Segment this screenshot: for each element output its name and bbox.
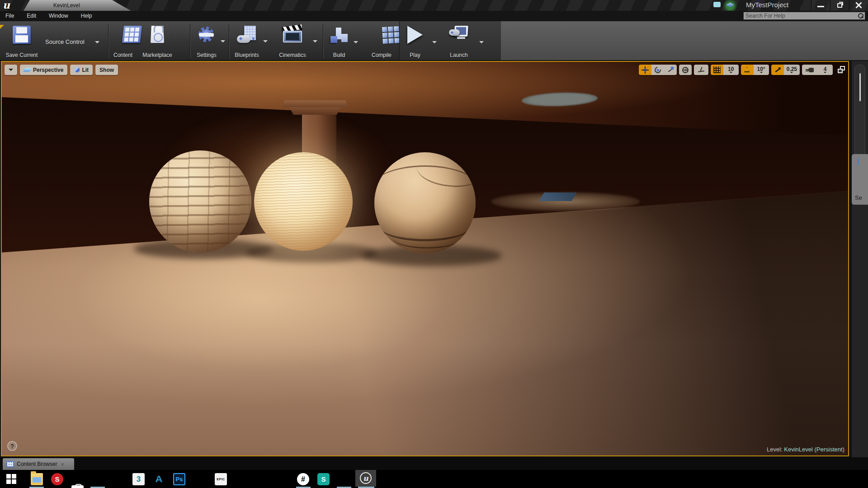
rotation-snap-icon	[744, 67, 750, 73]
scale-tool-button[interactable]	[664, 65, 677, 75]
marketplace-bag-icon	[151, 26, 164, 43]
chevron-down-icon[interactable]	[354, 41, 358, 46]
floppy-disk-icon	[13, 26, 31, 44]
project-name: MyTestProject	[746, 1, 807, 9]
viewport-options-button[interactable]	[5, 65, 17, 75]
chevron-down-icon[interactable]	[263, 40, 268, 45]
camera-speed-button[interactable]	[802, 65, 817, 75]
rotation-snap-toggle[interactable]	[741, 65, 754, 75]
substance-painter-icon[interactable]: S	[317, 473, 330, 485]
toolbar-separator	[229, 24, 229, 58]
launch-device-icon	[448, 26, 470, 44]
play-icon	[407, 26, 423, 44]
close-button[interactable]	[849, 0, 868, 11]
rotate-tool-button[interactable]	[651, 65, 664, 75]
lit-mode-button[interactable]: Lit	[70, 65, 93, 75]
camera-speed-value[interactable]: 4	[817, 65, 833, 75]
scale-snap-toggle[interactable]	[771, 65, 784, 75]
feedback-bubble-icon[interactable]	[713, 2, 721, 7]
world-local-toggle[interactable]	[679, 65, 692, 75]
chevron-down-icon[interactable]	[313, 40, 317, 45]
grid-icon	[713, 66, 721, 73]
sand-ripple-sphere[interactable]	[254, 152, 353, 251]
photoshop-icon[interactable]: Ps	[173, 473, 185, 485]
source-control-button[interactable]: Source Control	[42, 23, 108, 60]
3ds-max-icon[interactable]: 3	[132, 473, 145, 485]
chevron-down-icon[interactable]	[479, 41, 484, 46]
surface-snapping-button[interactable]	[694, 65, 708, 75]
build-button[interactable]: Build	[326, 23, 352, 60]
autodesk-icon[interactable]: A	[153, 474, 165, 484]
chevron-down-icon	[790, 72, 793, 75]
level-label: Level:	[767, 446, 783, 453]
hash-app-icon[interactable]: #	[297, 473, 309, 485]
move-tool-icon	[642, 66, 649, 74]
save-current-button[interactable]: Save Current	[4, 23, 40, 60]
move-tool-button[interactable]	[639, 65, 651, 75]
menu-help[interactable]: Help	[75, 11, 99, 21]
play-button[interactable]: Play	[402, 23, 428, 60]
scale-tool-icon	[667, 66, 674, 74]
blueprints-button[interactable]: Blueprints	[231, 23, 262, 60]
maximize-viewport-button[interactable]	[837, 66, 845, 74]
toolbar-separator	[108, 24, 108, 58]
level-tab[interactable]: KevinLevel	[24, 0, 131, 11]
chevron-down-icon	[730, 72, 732, 75]
title-bar[interactable]: u KevinLevel MyTestProject	[0, 0, 868, 11]
chevron-down-icon	[9, 69, 13, 73]
right-edge-strip: Se	[852, 61, 868, 457]
microsoft-store-icon[interactable]	[71, 485, 84, 488]
launch-button[interactable]: Launch	[443, 23, 475, 60]
grid-snap-toggle[interactable]	[711, 65, 723, 75]
blueprints-icon	[237, 26, 257, 44]
right-scrollbar-thumb[interactable]	[859, 73, 861, 101]
cinematics-button[interactable]: Cinematics	[275, 23, 310, 60]
help-badge[interactable]: ?	[7, 441, 17, 451]
menu-window[interactable]: Window	[42, 11, 75, 21]
rotate-tool-icon	[653, 66, 662, 74]
close-tab-icon[interactable]: ×	[61, 461, 64, 468]
epic-games-icon[interactable]: EPIC	[215, 473, 227, 485]
maximize-icon-front	[838, 69, 843, 73]
column-capital-top[interactable]	[283, 100, 348, 107]
content-browser-tab[interactable]: Content Browser ×	[3, 458, 74, 470]
scale-snap-icon	[774, 67, 781, 73]
collapsed-panel-tab[interactable]: Se	[852, 154, 868, 205]
perspective-button[interactable]: Perspective	[20, 65, 67, 75]
grid-snap-value[interactable]: 10	[723, 65, 739, 75]
reflective-plate[interactable]	[539, 192, 577, 201]
build-blocks-icon	[330, 26, 349, 44]
restore-button[interactable]	[830, 0, 849, 11]
help-search-box[interactable]	[743, 12, 865, 20]
perspective-icon	[23, 68, 32, 72]
substance-icon[interactable]: S	[51, 473, 63, 485]
gear-icon	[198, 26, 216, 44]
chevron-down-icon	[824, 72, 826, 75]
menu-edit[interactable]: Edit	[20, 11, 42, 21]
unreal-engine-taskbar-cell[interactable]: u	[355, 470, 376, 487]
column-capital-base[interactable]	[289, 107, 341, 115]
leather-ball-sphere[interactable]	[374, 152, 476, 253]
minimize-button[interactable]	[811, 0, 830, 11]
lit-cube-icon	[74, 67, 80, 73]
start-button[interactable]	[6, 474, 17, 485]
search-input[interactable]	[744, 13, 857, 19]
content-button[interactable]: Content	[110, 23, 136, 60]
chevron-down-icon[interactable]	[432, 41, 437, 46]
menu-file[interactable]: File	[0, 11, 20, 21]
compile-button[interactable]: Compile	[367, 23, 396, 60]
settings-button[interactable]: Settings	[193, 23, 221, 60]
toolbar-empty-area	[501, 21, 868, 60]
file-explorer-icon[interactable]	[31, 473, 43, 485]
chevron-down-icon[interactable]	[221, 40, 225, 45]
scale-snap-value[interactable]: 0.25	[784, 65, 800, 75]
level-viewport[interactable]: Perspective Lit Show	[1, 61, 849, 456]
surface-snap-icon	[698, 67, 705, 73]
camera-icon	[806, 67, 814, 73]
rotation-snap-value[interactable]: 10°	[754, 65, 769, 75]
marketplace-button[interactable]: Marketplace	[137, 23, 178, 60]
bottom-tab-bar: Content Browser ×	[0, 457, 868, 470]
3d-scene[interactable]	[2, 62, 848, 455]
stone-brick-sphere[interactable]	[149, 150, 251, 253]
show-button[interactable]: Show	[95, 65, 118, 75]
